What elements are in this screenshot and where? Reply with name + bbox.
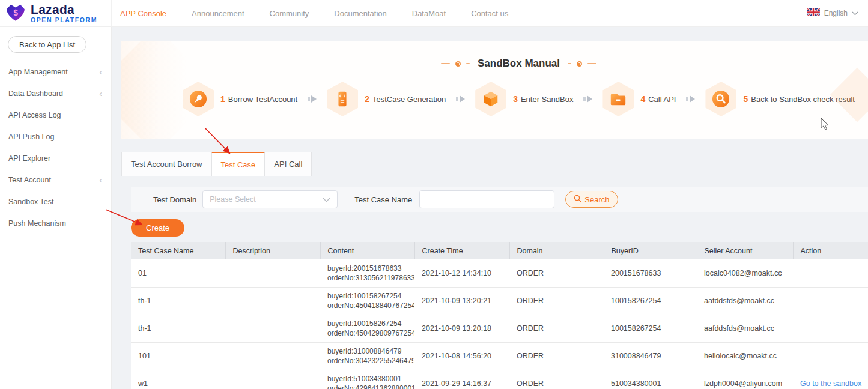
lazada-logo[interactable]: $ Lazada OPEN PLATFORM — [0, 0, 112, 26]
cell-domain: ORDER — [509, 342, 604, 370]
cell-description — [225, 370, 320, 389]
cell-create-time: 2021-10-12 14:34:10 — [414, 259, 509, 287]
sidebar-item-api-access-log[interactable]: API Access Log ‹ — [0, 104, 111, 126]
create-button[interactable]: Create — [131, 219, 184, 237]
table-row: 101 buyerId:310008846479 orderNo:3042322… — [131, 342, 868, 370]
cell-create-time: 2021-10-09 13:20:21 — [414, 287, 509, 315]
col-action: Action — [793, 242, 868, 259]
cell-domain: ORDER — [509, 370, 604, 389]
nav-app-console[interactable]: APP Console — [120, 9, 166, 18]
cell-content: buyerId:310008846479 orderNo:30423225524… — [320, 342, 414, 370]
folder-icon — [602, 82, 634, 116]
tab-test-case[interactable]: Test Case — [211, 152, 266, 176]
top-header: $ Lazada OPEN PLATFORM APP ConsoleAnnoun… — [0, 0, 868, 27]
title-ornament — [466, 63, 470, 64]
col-domain: Domain — [509, 242, 604, 259]
manual-step: 2 TestCase Generation — [327, 82, 446, 116]
nav-documentation[interactable]: Documentation — [334, 9, 386, 18]
cell-description — [225, 259, 320, 287]
title-ornament — [587, 63, 596, 64]
cell-buyer-id: 310008846479 — [604, 342, 697, 370]
cell-action — [793, 342, 868, 370]
manual-step: 3 Enter SandBox — [475, 82, 573, 116]
cell-action — [793, 315, 868, 342]
go-to-sandbox-link[interactable]: Go to the sandbox — [800, 379, 861, 388]
table-row: w1 buyerId:510034380001 orderNo:42964136… — [131, 370, 868, 389]
col-description: Description — [225, 242, 320, 259]
manual-step: 1 Borrow TestAccount — [183, 82, 297, 116]
manual-step: 4 Call API — [602, 82, 676, 116]
cell-seller-account: aafddsfds@moakt.cc — [697, 315, 793, 342]
top-nav: APP ConsoleAnnouncementCommunityDocument… — [120, 9, 533, 18]
sidebar-item-sandbox-test[interactable]: Sandbox Test ‹ — [0, 191, 111, 213]
search-button[interactable]: Search — [565, 191, 618, 208]
chevron-down-icon — [323, 194, 330, 205]
sidebar: Back to App List App Management ‹ Data D… — [0, 27, 112, 389]
col-seller-account: Seller Account — [697, 242, 793, 259]
step-arrow-icon — [686, 95, 695, 103]
cell-seller-account: localc04082@moakt.cc — [697, 259, 793, 287]
cell-description — [225, 342, 320, 370]
cell-action — [793, 287, 868, 315]
cell-test-case-name: 101 — [131, 342, 225, 370]
title-ornament-ring — [577, 61, 582, 67]
sidebar-item-push-mechanism[interactable]: Push Mechanism ‹ — [0, 213, 111, 234]
cell-buyer-id: 510034380001 — [604, 370, 697, 389]
col-create-time: Create Time — [414, 242, 509, 259]
filter-bar: Test Domain Please Select Test Case Name… — [131, 187, 868, 212]
nav-datamoat[interactable]: DataMoat — [412, 9, 446, 18]
sidebar-item-test-account[interactable]: Test Account ‹ — [0, 169, 111, 191]
test-case-name-input[interactable] — [419, 190, 554, 208]
table-row: 01 buyerId:200151678633 orderNo:31305621… — [131, 259, 868, 287]
chevron-left-icon: ‹ — [99, 176, 102, 184]
uk-flag-icon — [807, 8, 820, 18]
title-ornament — [568, 63, 571, 64]
back-to-app-list-button[interactable]: Back to App List — [8, 36, 86, 53]
chevron-left-icon: ‹ — [99, 89, 102, 98]
chevron-left-icon: ‹ — [99, 68, 102, 76]
main-content: SandBox Manual 1 Borrow TestAccount 2 Te… — [112, 27, 868, 389]
cell-buyer-id: 100158267254 — [604, 315, 697, 342]
test-domain-select[interactable]: Please Select — [202, 190, 338, 208]
cell-create-time: 2021-10-09 13:20:18 — [414, 315, 509, 342]
sidebar-item-data-dashboard[interactable]: Data Dashboard ‹ — [0, 83, 111, 104]
sidebar-item-app-management[interactable]: App Management ‹ — [0, 61, 111, 83]
nav-announcement[interactable]: Announcement — [192, 9, 244, 18]
cell-content: buyerId:100158267254 orderNo:45042980976… — [320, 315, 414, 342]
cell-test-case-name: th-1 — [131, 287, 225, 315]
cell-action — [793, 259, 868, 287]
test-case-name-label: Test Case Name — [354, 195, 412, 204]
table-header-row: Test Case NameDescriptionContentCreate T… — [131, 242, 868, 259]
magnifier-icon — [705, 82, 736, 116]
language-switcher[interactable]: English — [807, 8, 858, 18]
language-label: English — [824, 9, 848, 17]
cell-description — [225, 287, 320, 315]
table-row: th-1 buyerId:100158267254 orderNo:450418… — [131, 287, 868, 315]
step-arrow-icon — [308, 95, 317, 103]
nav-community[interactable]: Community — [270, 9, 309, 18]
cell-test-case-name: w1 — [131, 370, 225, 389]
cell-test-case-name: 01 — [131, 259, 225, 287]
cell-seller-account: hellolocalc@moakt.cc — [697, 342, 793, 370]
cell-domain: ORDER — [509, 287, 604, 315]
test-domain-label: Test Domain — [153, 195, 196, 204]
cell-seller-account: lzdph0004@aliyun.com — [697, 370, 793, 389]
step-arrow-icon — [456, 95, 465, 103]
logo-sub-text: OPEN PLATFORM — [31, 17, 97, 23]
select-placeholder: Please Select — [210, 195, 255, 204]
tab-test-account-borrow[interactable]: Test Account Borrow — [121, 152, 212, 176]
cell-domain: ORDER — [509, 315, 604, 342]
tab-api-call[interactable]: API Call — [264, 152, 312, 176]
sidebar-item-api-explorer[interactable]: API Explorer ‹ — [0, 148, 111, 169]
cell-seller-account: aafddsfds@moakt.cc — [697, 287, 793, 315]
logo-brand-text: Lazada — [31, 3, 97, 16]
cell-create-time: 2021-09-29 14:16:37 — [414, 370, 509, 389]
cube-icon — [475, 82, 506, 116]
col-content: Content — [320, 242, 414, 259]
title-ornament-ring — [455, 61, 461, 67]
lazada-heart-icon: $ — [5, 2, 26, 25]
nav-contact-us[interactable]: Contact us — [471, 9, 508, 18]
table-row: th-1 buyerId:100158267254 orderNo:450429… — [131, 315, 868, 342]
sidebar-item-api-push-log[interactable]: API Push Log ‹ — [0, 126, 111, 148]
step-arrow-icon — [583, 95, 592, 103]
